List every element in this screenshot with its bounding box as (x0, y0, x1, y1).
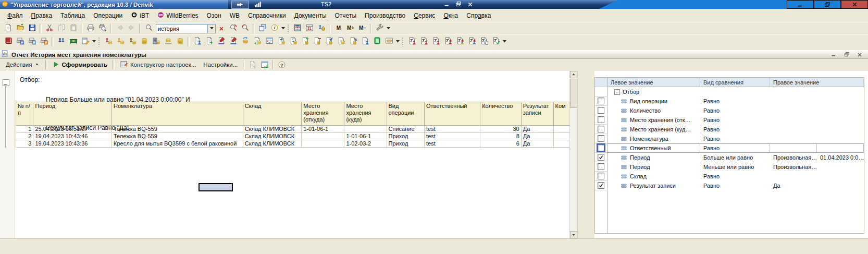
back-button[interactable] (114, 23, 126, 34)
cell[interactable]: 3 (16, 140, 33, 148)
doc-in-red-button[interactable] (215, 36, 227, 47)
filter-checkbox[interactable] (597, 181, 605, 190)
table-settings-button[interactable] (258, 59, 270, 70)
filter-comparison[interactable]: Равно (700, 125, 770, 134)
filter-right-value[interactable]: Произвольная… (770, 162, 817, 172)
clear-search-button[interactable] (217, 24, 226, 33)
filter-left-value[interactable]: Место хранения (отк… (607, 115, 700, 125)
filter-right-extra[interactable] (817, 96, 864, 106)
filter-comparison[interactable]: Равно (700, 181, 770, 190)
find-next-button[interactable] (227, 23, 239, 34)
filter-checkbox[interactable] (597, 143, 605, 152)
sigma-flag-red-button[interactable]: Σ (442, 36, 454, 47)
sigma-check-button[interactable]: Σ (490, 36, 502, 47)
cell[interactable]: 30 (480, 126, 522, 133)
cell[interactable]: 1-01-06-1 (344, 133, 387, 140)
cell[interactable]: Приход (387, 140, 424, 148)
filter-checkbox[interactable] (597, 162, 605, 171)
report-minimize-button[interactable] (828, 51, 839, 58)
cell[interactable]: 2 (16, 133, 33, 140)
filter-row[interactable]: НоменклатураРавно (595, 134, 864, 143)
filter-row[interactable]: ПериодМеньше или равноПроизвольная… (595, 162, 864, 172)
search-input[interactable] (156, 24, 207, 33)
filter-row[interactable]: Результат записиРавноДа (595, 181, 864, 190)
filter-right-extra[interactable] (817, 143, 864, 153)
settings-button[interactable]: Настройки... (200, 61, 241, 68)
filter-right-value[interactable] (770, 134, 817, 143)
customize-button[interactable] (374, 23, 386, 34)
report-restore-button[interactable] (841, 51, 852, 58)
filter-comparison[interactable]: Больше или равно (700, 153, 770, 162)
m-minus-button[interactable]: M− (356, 23, 368, 34)
generate-button[interactable]: Сформировать (49, 61, 111, 69)
user-lock-button[interactable] (315, 23, 327, 34)
filter-right-extra[interactable] (817, 181, 864, 190)
filter-row[interactable]: Вид операцииРавно (595, 96, 864, 106)
collapse-group-icon[interactable] (3, 79, 9, 86)
filter-comparison[interactable]: Равно (700, 143, 770, 153)
filter-comparison[interactable]: Равно (700, 172, 770, 181)
open-button[interactable] (14, 23, 26, 34)
menu-item-operations[interactable]: Операции (89, 10, 127, 21)
filter-left-value[interactable]: Вид операции (607, 96, 700, 106)
filter-checkbox[interactable] (597, 125, 605, 134)
sigma-person-button[interactable]: Σ (406, 36, 418, 47)
filter-left-value[interactable]: Ответственный (607, 143, 700, 153)
paste-button[interactable] (67, 23, 79, 34)
cell[interactable]: Приход (387, 133, 424, 140)
m-plus-button[interactable]: M+ (344, 23, 356, 34)
cell[interactable]: Списание (387, 126, 424, 133)
journal-button[interactable] (2, 36, 14, 47)
cell[interactable]: 1 (16, 126, 33, 133)
filter-right-value[interactable] (770, 96, 817, 106)
filter-checkbox[interactable] (597, 96, 605, 105)
find-prev-button[interactable] (239, 23, 251, 34)
scroll-up-button[interactable] (570, 71, 577, 78)
chevron-down-icon[interactable] (395, 36, 400, 47)
pane-splitter[interactable] (577, 71, 594, 238)
filter-left-value[interactable]: Период (607, 153, 700, 162)
sigma-flag-blue-button[interactable]: Σ (466, 36, 478, 47)
menu-item-ibt[interactable]: iBT (127, 10, 153, 21)
close-button[interactable] (841, 0, 868, 9)
person-advance-button[interactable] (102, 36, 114, 47)
filter-left-value[interactable]: Место хранения (куд… (607, 125, 700, 134)
print-button[interactable] (84, 23, 96, 34)
sigma-flag-yellow-button[interactable]: Σ (454, 36, 466, 47)
scrollbar-thumb[interactable] (570, 79, 577, 108)
filter-right-value[interactable]: Да (770, 181, 817, 190)
filter-right-value[interactable] (770, 143, 817, 153)
combo-dropdown-button[interactable] (207, 24, 216, 33)
cut-button[interactable] (43, 23, 55, 34)
filter-comparison[interactable]: Меньше или равно (700, 162, 770, 172)
save-button[interactable] (26, 23, 38, 34)
coins-base-button[interactable] (162, 36, 174, 47)
cell[interactable]: 8 (480, 133, 522, 140)
menu-item-service[interactable]: Сервис (410, 10, 439, 21)
sigma-person-3-button[interactable]: Σ (430, 36, 442, 47)
menu-item-catalogs[interactable]: Справочники (244, 10, 290, 21)
filter-comparison[interactable]: Равно (700, 106, 770, 115)
filter-left-value[interactable]: Склад (607, 172, 700, 181)
save-settings-button[interactable] (246, 59, 258, 70)
cell[interactable] (302, 133, 344, 140)
restore-button[interactable] (814, 0, 841, 9)
cell[interactable]: 1-01-06-1 (302, 126, 344, 133)
building-coins-button[interactable] (150, 36, 162, 47)
cell[interactable]: Кресло для мытья BQ3599 с белой раковино… (112, 140, 243, 148)
print-doc-cyan-button[interactable] (26, 36, 38, 47)
pin-icon[interactable] (231, 1, 249, 9)
doc-export-button[interactable] (203, 36, 215, 47)
calculator-button[interactable] (291, 23, 303, 34)
filter-right-value[interactable] (770, 106, 817, 115)
cell[interactable]: Тележка BQ-559 (112, 133, 243, 140)
filter-checkbox[interactable] (597, 172, 605, 180)
print-doc-orange-button[interactable] (38, 36, 50, 47)
selected-cell[interactable] (199, 183, 233, 191)
remote-minimize-button[interactable] (443, 1, 451, 8)
filter-checkbox[interactable] (597, 106, 605, 115)
minimize-button[interactable] (787, 0, 814, 9)
info-button[interactable]: i (268, 23, 280, 34)
filter-right-value[interactable]: Произвольная… (770, 153, 817, 162)
cell[interactable]: 1-02-03-2 (344, 140, 387, 148)
